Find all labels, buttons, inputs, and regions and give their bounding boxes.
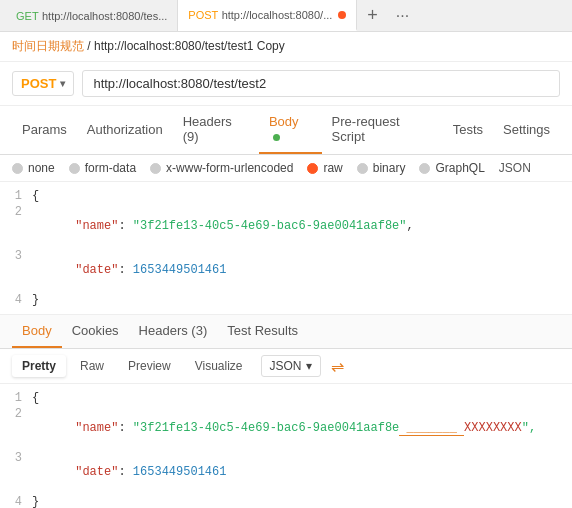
resp-line-num-2: 2 [0, 407, 32, 421]
resp-colon-1: : [118, 421, 132, 435]
resp-nav-cookies[interactable]: Cookies [62, 315, 129, 348]
resp-line-content-3: "date": 1653449501461 [32, 451, 226, 493]
req-nav-authorization[interactable]: Authorization [77, 114, 173, 147]
req-line-content-4: } [32, 293, 39, 307]
req-val-name: "3f21fe13-40c5-4e69-bac6-9ae0041aaf8e" [133, 219, 407, 233]
resp-code-line-4: 4 } [0, 494, 572, 508]
body-type-form-data-label: form-data [85, 161, 136, 175]
req-colon-1: : [118, 219, 132, 233]
url-input[interactable] [82, 70, 560, 97]
body-type-json-label: JSON [499, 161, 531, 175]
tab-get-method: GET [16, 10, 39, 22]
req-code-line-4: 4 } [0, 292, 572, 308]
tab-more-button[interactable]: ··· [388, 7, 417, 25]
body-type-none[interactable]: none [12, 161, 55, 175]
req-nav-params[interactable]: Params [12, 114, 77, 147]
req-colon-2: : [118, 263, 132, 277]
req-nav-headers[interactable]: Headers (9) [173, 106, 259, 154]
resp-val-date: 1653449501461 [133, 465, 227, 479]
req-code-line-2: 2 "name": "3f21fe13-40c5-4e69-bac6-9ae00… [0, 204, 572, 248]
resp-line-num-4: 4 [0, 495, 32, 508]
tab-post-dot [338, 11, 346, 19]
req-line-num-1: 1 [0, 189, 32, 203]
body-type-binary-label: binary [373, 161, 406, 175]
breadcrumb-parent[interactable]: 时间日期规范 [12, 39, 84, 53]
req-code-area: 1 { 2 "name": "3f21fe13-40c5-4e69-bac6-9… [0, 182, 572, 315]
wrap-icon[interactable]: ⇌ [331, 357, 344, 376]
radio-binary [357, 163, 368, 174]
req-line-num-3: 3 [0, 249, 32, 263]
req-nav-tests[interactable]: Tests [443, 114, 493, 147]
req-key-date: "date" [75, 263, 118, 277]
req-line-num-2: 2 [0, 205, 32, 219]
req-line-content-2: "name": "3f21fe13-40c5-4e69-bac6-9ae0041… [32, 205, 414, 247]
body-type-none-label: none [28, 161, 55, 175]
resp-format-visualize[interactable]: Visualize [185, 355, 253, 377]
req-comma-1: , [407, 219, 414, 233]
tab-post-url: http://localhost:8080/... [222, 9, 333, 21]
radio-none [12, 163, 23, 174]
resp-line-content-4: } [32, 495, 39, 508]
resp-format-pretty[interactable]: Pretty [12, 355, 66, 377]
resp-colon-2: : [118, 465, 132, 479]
body-type-graphql[interactable]: GraphQL [419, 161, 484, 175]
method-chevron-icon: ▾ [60, 78, 65, 89]
resp-key-date: "date" [75, 465, 118, 479]
req-line-content-1: { [32, 189, 39, 203]
body-type-binary[interactable]: binary [357, 161, 406, 175]
resp-nav-test-results[interactable]: Test Results [217, 315, 308, 348]
radio-raw [307, 163, 318, 174]
req-code-line-3: 3 "date": 1653449501461 [0, 248, 572, 292]
tab-post[interactable]: POST http://localhost:8080/... [178, 0, 357, 31]
tab-bar: GET http://localhost:8080/tes... POST ht… [0, 0, 572, 32]
body-type-form-data[interactable]: form-data [69, 161, 136, 175]
breadcrumb-separator: / [87, 39, 94, 53]
body-type-bar: none form-data x-www-form-urlencoded raw… [0, 155, 572, 182]
resp-key-name: "name" [75, 421, 118, 435]
req-code-line-1: 1 { [0, 188, 572, 204]
tab-get[interactable]: GET http://localhost:8080/tes... [6, 0, 178, 31]
method-select[interactable]: POST ▾ [12, 71, 74, 96]
json-chevron-icon: ▾ [306, 359, 312, 373]
tab-get-url: http://localhost:8080/tes... [42, 10, 167, 22]
resp-nav: Body Cookies Headers (3) Test Results [0, 315, 572, 349]
body-dot [273, 134, 280, 141]
radio-graphql [419, 163, 430, 174]
req-line-content-3: "date": 1653449501461 [32, 249, 226, 291]
resp-format-raw[interactable]: Raw [70, 355, 114, 377]
radio-form-data [69, 163, 80, 174]
json-selector-label: JSON [270, 359, 302, 373]
req-nav-settings[interactable]: Settings [493, 114, 560, 147]
resp-line-num-3: 3 [0, 451, 32, 465]
radio-urlencoded [150, 163, 161, 174]
resp-redacted-space: _______ [399, 421, 464, 436]
resp-line-content-1: { [32, 391, 39, 405]
json-selector[interactable]: JSON ▾ [261, 355, 321, 377]
resp-code-line-2: 2 "name": "3f21fe13-40c5-4e69-bac6-9ae00… [0, 406, 572, 450]
body-type-urlencoded[interactable]: x-www-form-urlencoded [150, 161, 293, 175]
body-type-graphql-label: GraphQL [435, 161, 484, 175]
resp-code-area: 1 { 2 "name": "3f21fe13-40c5-4e69-bac6-9… [0, 384, 572, 508]
resp-val-name-end: ", [522, 421, 536, 435]
req-nav-pre-request[interactable]: Pre-request Script [322, 106, 443, 154]
req-val-date: 1653449501461 [133, 263, 227, 277]
tab-add-button[interactable]: + [357, 5, 388, 26]
body-type-json[interactable]: JSON [499, 161, 531, 175]
req-nav-body-label: Body [269, 114, 299, 129]
resp-line-num-1: 1 [0, 391, 32, 405]
resp-redacted-x: XXXXXXXX [464, 421, 522, 435]
resp-code-line-3: 3 "date": 1653449501461 [0, 450, 572, 494]
resp-nav-body[interactable]: Body [12, 315, 62, 348]
body-type-raw[interactable]: raw [307, 161, 342, 175]
resp-format-preview[interactable]: Preview [118, 355, 181, 377]
req-line-num-4: 4 [0, 293, 32, 307]
breadcrumb: 时间日期规范 / http://localhost:8080/test/test… [0, 32, 572, 62]
resp-val-name: "3f21fe13-40c5-4e69-bac6-9ae0041aaf8e [133, 421, 399, 435]
req-nav-body[interactable]: Body [259, 106, 322, 154]
resp-nav-headers[interactable]: Headers (3) [129, 315, 218, 348]
req-key-name: "name" [75, 219, 118, 233]
resp-line-content-2: "name": "3f21fe13-40c5-4e69-bac6-9ae0041… [32, 407, 536, 449]
method-label: POST [21, 76, 56, 91]
url-bar: POST ▾ [0, 62, 572, 106]
tab-post-method: POST [188, 9, 218, 21]
